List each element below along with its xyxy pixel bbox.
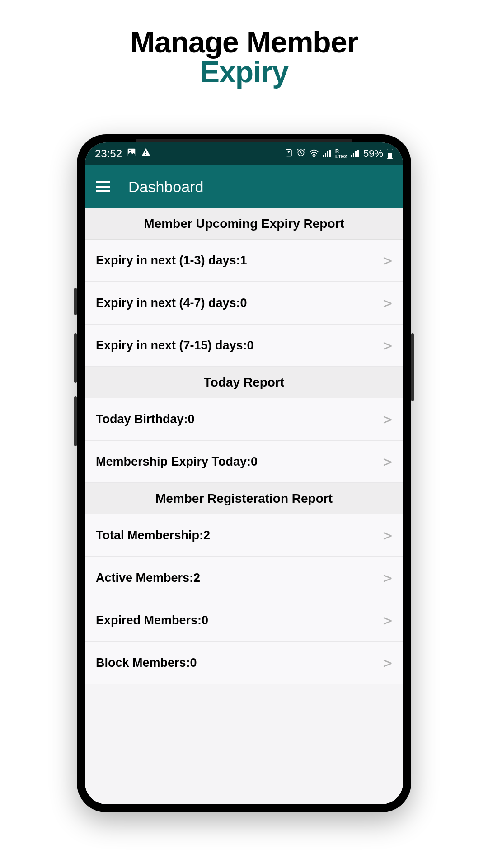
svg-rect-10 xyxy=(329,150,331,157)
chevron-right-icon: > xyxy=(383,453,392,471)
phone-button-left-3 xyxy=(74,396,77,446)
alarm-icon xyxy=(296,148,305,160)
list-item-block-members[interactable]: Block Members:0 > xyxy=(85,642,403,684)
list-item-expiry-7-15[interactable]: Expiry in next (7-15) days:0 > xyxy=(85,325,403,367)
list-item-label: Expiry in next (1-3) days:1 xyxy=(96,254,247,268)
section-header-registration: Member Registeration Report xyxy=(85,483,403,514)
network-label-1: RLTE2 xyxy=(335,148,347,159)
image-icon xyxy=(127,147,136,160)
list-item-label: Membership Expiry Today:0 xyxy=(96,455,258,469)
list-item-label: Expired Members:0 xyxy=(96,613,208,627)
svg-rect-13 xyxy=(355,151,357,157)
phone-frame: 23:52 xyxy=(77,134,411,812)
heading-line-1: Manage Member xyxy=(130,25,358,59)
svg-rect-3 xyxy=(145,154,146,155)
list-item-label: Total Membership:2 xyxy=(96,528,210,542)
list-item-today-birthday[interactable]: Today Birthday:0 > xyxy=(85,398,403,441)
svg-rect-7 xyxy=(323,155,324,157)
phone-button-right-1 xyxy=(411,333,414,401)
status-time: 23:52 xyxy=(95,147,122,160)
svg-rect-9 xyxy=(327,151,328,157)
svg-point-1 xyxy=(129,150,131,152)
list-item-expiry-4-7[interactable]: Expiry in next (4-7) days:0 > xyxy=(85,282,403,325)
app-bar-title: Dashboard xyxy=(128,178,203,196)
svg-rect-12 xyxy=(353,153,354,157)
status-bar: 23:52 xyxy=(85,142,403,165)
list-item-label: Expiry in next (7-15) days:0 xyxy=(96,339,254,353)
status-left: 23:52 xyxy=(95,147,151,160)
warning-icon xyxy=(141,147,151,160)
list-item-total-membership[interactable]: Total Membership:2 > xyxy=(85,514,403,557)
section-header-today: Today Report xyxy=(85,367,403,398)
chevron-right-icon: > xyxy=(383,526,392,544)
chevron-right-icon: > xyxy=(383,611,392,629)
battery-percent: 59% xyxy=(363,148,383,160)
chevron-right-icon: > xyxy=(383,654,392,672)
chevron-right-icon: > xyxy=(383,336,392,354)
svg-rect-14 xyxy=(357,150,359,157)
svg-rect-11 xyxy=(351,155,352,157)
chevron-right-icon: > xyxy=(383,410,392,428)
heading-line-2: Expiry xyxy=(130,55,358,89)
update-icon xyxy=(285,148,293,160)
svg-rect-2 xyxy=(145,151,146,153)
svg-point-6 xyxy=(314,156,315,157)
chevron-right-icon: > xyxy=(383,569,392,587)
phone-button-left-2 xyxy=(74,333,77,383)
list-item-label: Today Birthday:0 xyxy=(96,412,195,426)
chevron-right-icon: > xyxy=(383,251,392,269)
list-item-expiry-today[interactable]: Membership Expiry Today:0 > xyxy=(85,441,403,483)
svg-rect-8 xyxy=(325,153,326,157)
chevron-right-icon: > xyxy=(383,294,392,312)
app-bar: Dashboard xyxy=(85,165,403,208)
promo-heading: Manage Member Expiry xyxy=(130,25,358,89)
content-scroll[interactable]: Member Upcoming Expiry Report Expiry in … xyxy=(85,208,403,804)
list-item-label: Active Members:2 xyxy=(96,571,200,585)
signal-icon-1 xyxy=(323,149,332,159)
status-right: RLTE2 59% xyxy=(285,148,393,160)
battery-icon xyxy=(387,149,393,159)
list-item-expiry-1-3[interactable]: Expiry in next (1-3) days:1 > xyxy=(85,240,403,282)
phone-button-left-1 xyxy=(74,288,77,315)
list-item-label: Expiry in next (4-7) days:0 xyxy=(96,296,247,310)
hamburger-menu-icon[interactable] xyxy=(96,181,110,192)
list-item-active-members[interactable]: Active Members:2 > xyxy=(85,557,403,599)
wifi-icon xyxy=(309,148,319,160)
list-item-label: Block Members:0 xyxy=(96,656,197,670)
phone-screen: 23:52 xyxy=(85,142,403,804)
list-item-expired-members[interactable]: Expired Members:0 > xyxy=(85,599,403,642)
signal-icon-2 xyxy=(351,149,360,159)
section-header-expiry: Member Upcoming Expiry Report xyxy=(85,208,403,240)
